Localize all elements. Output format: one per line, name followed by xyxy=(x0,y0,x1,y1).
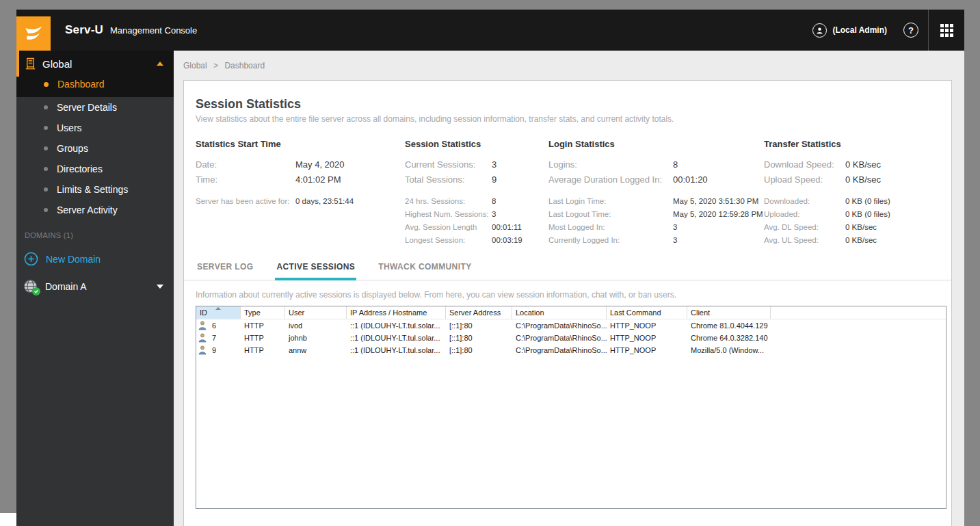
stats-column-header: Session Statistics xyxy=(405,139,548,149)
cell-id: 9 xyxy=(212,346,216,354)
help-icon[interactable]: ? xyxy=(903,23,918,38)
stat-value: 9 xyxy=(492,172,496,187)
stats-column-sessions: Session Statistics Current Sessions:3 To… xyxy=(405,139,548,247)
sidebar-item-label: Server Activity xyxy=(57,205,118,215)
stat-label: 24 hrs. Sessions: xyxy=(405,195,492,208)
solarwinds-logo[interactable] xyxy=(16,16,51,51)
cell-id: 7 xyxy=(212,334,216,342)
apps-grid-icon xyxy=(940,24,953,37)
column-header-server-address[interactable]: Server Address xyxy=(446,306,512,319)
stats-column-logins: Login Statistics Logins:8 Average Durati… xyxy=(548,139,764,247)
stat-label: Logins: xyxy=(548,157,673,172)
sidebar-item-users[interactable]: Users xyxy=(16,118,174,138)
stat-label: Avg. DL Speed: xyxy=(764,221,845,234)
user-session-icon xyxy=(198,345,207,355)
column-header-user[interactable]: User xyxy=(285,306,347,319)
user-session-icon xyxy=(198,333,207,343)
stat-label: Currently Logged In: xyxy=(548,234,673,247)
tab-thwack-community[interactable]: THWACK COMMUNITY xyxy=(377,258,473,280)
column-header-last-command[interactable]: Last Command xyxy=(607,306,687,319)
bullet-icon xyxy=(44,167,48,171)
active-sessions-description: Information about currently active sessi… xyxy=(196,290,946,300)
tab-active-sessions[interactable]: ACTIVE SESSIONS xyxy=(275,258,356,280)
cell-location: C:\ProgramData\RhinoSo... xyxy=(512,321,607,330)
user-session-icon xyxy=(198,321,207,330)
apps-grid-button[interactable] xyxy=(929,10,964,51)
stat-value: 8 xyxy=(492,195,496,208)
stat-label: Uploaded: xyxy=(764,208,845,221)
stat-value: 0 KB/sec xyxy=(845,234,877,247)
stat-value: 00:01:20 xyxy=(673,172,708,187)
stat-label: Avg. UL Speed: xyxy=(764,234,845,247)
stats-column-transfers: Transfer Statistics Download Speed:0 KB/… xyxy=(764,139,946,247)
bullet-icon xyxy=(44,187,48,192)
stats-column-header: Login Statistics xyxy=(548,139,764,149)
stat-value: 0 KB/sec xyxy=(845,157,881,172)
stat-label: Current Sessions: xyxy=(405,157,492,172)
stat-label: Server has been active for: xyxy=(196,195,295,208)
sidebar-item-dashboard[interactable]: Dashboard xyxy=(16,77,174,97)
cell-location: C:\ProgramData\RhinoSo... xyxy=(512,334,607,342)
stat-value: 0 KB (0 files) xyxy=(845,208,890,221)
sidebar-item-label: Directories xyxy=(57,163,103,174)
stat-value: 4:01:02 PM xyxy=(295,172,341,187)
top-header-bar: Serv-U Management Console (Local Admin) … xyxy=(16,10,964,51)
sidebar-item-global[interactable]: Global xyxy=(16,51,174,77)
domain-a-label: Domain A xyxy=(45,281,157,292)
stat-label: Total Sessions: xyxy=(405,172,492,187)
column-header-id[interactable]: ID xyxy=(196,306,241,319)
column-header-client[interactable]: Client xyxy=(687,306,771,319)
collapse-caret-icon[interactable] xyxy=(157,62,163,66)
stat-value: 0 KB (0 files) xyxy=(845,195,890,208)
user-menu[interactable]: (Local Admin) xyxy=(812,23,887,38)
active-sessions-table[interactable]: ID Type User IP Address / Hostname Serve… xyxy=(196,306,946,509)
stat-value: 0 days, 23:51:44 xyxy=(295,195,354,208)
sidebar-item-server-details[interactable]: Server Details xyxy=(16,97,174,118)
breadcrumb: Global > Dashboard xyxy=(174,51,964,70)
bullet-icon xyxy=(44,105,48,109)
table-header-row: ID Type User IP Address / Hostname Serve… xyxy=(196,306,946,319)
cell-server-address: [::1]:80 xyxy=(446,346,512,354)
cell-type: HTTP xyxy=(241,321,285,330)
column-header-ip[interactable]: IP Address / Hostname xyxy=(347,306,446,319)
cell-ip: ::1 (IDLOUHY-LT.tul.solar... xyxy=(347,334,446,342)
column-header-empty xyxy=(771,306,946,319)
table-row[interactable]: 7 HTTP johnb ::1 (IDLOUHY-LT.tul.solar..… xyxy=(196,332,946,344)
sidebar-item-domain-a[interactable]: Domain A xyxy=(23,278,174,294)
stat-value: 3 xyxy=(673,234,677,247)
sidebar-item-groups[interactable]: Groups xyxy=(16,138,174,159)
stat-value: 8 xyxy=(673,157,678,172)
breadcrumb-global[interactable]: Global xyxy=(183,61,207,70)
column-header-type[interactable]: Type xyxy=(241,306,285,319)
page-title: Session Statistics xyxy=(196,97,946,111)
stat-label: Downloaded: xyxy=(764,195,845,208)
sidebar-item-directories[interactable]: Directories xyxy=(16,159,174,179)
sidebar-item-label: Users xyxy=(57,122,82,133)
tab-bar: SERVER LOG ACTIVE SESSIONS THWACK COMMUN… xyxy=(184,258,951,280)
new-domain-label: New Domain xyxy=(46,254,101,265)
cell-client: Chrome 64.0.3282.140 xyxy=(687,334,771,342)
table-row[interactable]: 6 HTTP ivod ::1 (IDLOUHY-LT.tul.solar...… xyxy=(196,319,946,332)
app-title: Serv-U xyxy=(65,23,103,37)
bullet-icon xyxy=(44,82,49,87)
tab-server-log[interactable]: SERVER LOG xyxy=(196,258,254,280)
stats-column-start-time: Statistics Start Time Date:May 4, 2020 T… xyxy=(196,139,405,247)
sidebar-item-server-activity[interactable]: Server Activity xyxy=(16,200,174,220)
stat-label: Avg. Session Length xyxy=(405,221,492,234)
stat-value: 3 xyxy=(673,221,677,234)
table-row[interactable]: 9 HTTP annw ::1 (IDLOUHY-LT.tul.solar...… xyxy=(196,344,946,356)
online-check-icon xyxy=(32,287,40,295)
sidebar: Global Dashboard Server Details Users Gr… xyxy=(16,51,174,526)
sidebar-item-limits-settings[interactable]: Limits & Settings xyxy=(16,179,174,200)
stat-value: May 5, 2020 12:59:28 PM xyxy=(673,208,763,221)
stat-label: Most Logged In: xyxy=(548,221,673,234)
column-header-location[interactable]: Location xyxy=(512,306,607,319)
cell-ip: ::1 (IDLOUHY-LT.tul.solar... xyxy=(347,321,446,330)
cell-last-command: HTTP_NOOP xyxy=(607,321,687,330)
expand-caret-icon[interactable] xyxy=(157,285,163,289)
new-domain-button[interactable]: New Domain xyxy=(24,252,174,266)
stat-label: Upload Speed: xyxy=(764,172,845,187)
stat-value: 00:03:19 xyxy=(492,234,522,247)
cell-client: Mozilla/5.0 (Window... xyxy=(687,346,771,354)
stat-label: Download Speed: xyxy=(764,157,845,172)
